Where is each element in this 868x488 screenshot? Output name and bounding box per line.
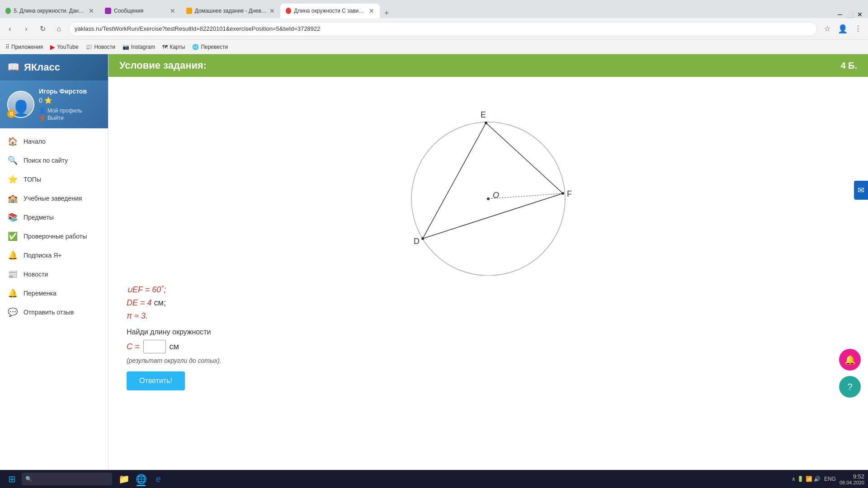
search-icon: 🔍 [7, 155, 18, 165]
sidebar-header: 📖 ЯКласс [0, 54, 108, 80]
bookmark-youtube[interactable]: ▶ YouTube [50, 43, 78, 51]
sidebar-item-search[interactable]: 🔍 Поиск по сайту [0, 151, 108, 170]
sidebar-item-subscription[interactable]: 🔔 Подписка Я+ [0, 246, 108, 265]
answer-prefix: C = [127, 342, 140, 352]
taskbar-search-icon: 🔍 [25, 476, 32, 482]
windows-icon: ⊞ [8, 474, 16, 484]
system-tray: ∧ 🔋 📶 🔊 [792, 476, 821, 482]
tab-4-label: Длина окружности С зависит о... [294, 8, 366, 14]
label-E: E [481, 110, 486, 119]
tab-2[interactable]: Сообщения ✕ [99, 4, 181, 18]
chrome-icon: 🌐 [136, 474, 147, 484]
apps-icon: ⠿ [5, 44, 9, 50]
bookmark-news[interactable]: 📰 Новости [85, 44, 115, 50]
taskbar-search[interactable]: 🔍 [22, 473, 112, 485]
label-F: F [567, 189, 572, 198]
answer-input[interactable] [143, 340, 166, 353]
condition-pi: π ≈ 3. [127, 311, 850, 321]
taskbar-app-file-explorer[interactable]: 📁 [116, 471, 132, 487]
taskbar-app-chrome[interactable]: 🌐 [133, 471, 149, 487]
taskbar-right: ∧ 🔋 📶 🔊 ENG 9:52 08.04.2020 [792, 473, 864, 485]
new-tab-button[interactable]: + [380, 9, 394, 18]
sidebar-item-schools[interactable]: 🏫 Учебные заведения [0, 189, 108, 208]
tests-icon: ✅ [7, 231, 18, 241]
tab-1-close[interactable]: ✕ [89, 7, 94, 14]
user-badge: Я [7, 110, 15, 118]
maximize-button[interactable]: ⬜ [846, 11, 854, 18]
tab-3[interactable]: Домашнее задание - Дневник... ✕ [181, 4, 280, 18]
reload-button[interactable]: ↻ [36, 23, 49, 35]
address-text: yaklass.ru/TestWorkRun/Exercise?testResu… [75, 25, 321, 32]
extensions-button[interactable]: ⋮ [852, 23, 864, 35]
tab-3-close[interactable]: ✕ [269, 7, 275, 14]
notification-icon: 🔔 [844, 354, 856, 365]
sidebar-item-break[interactable]: 🔔 Переменка [0, 284, 108, 303]
condition-chord: DE = 4 см; [127, 298, 850, 308]
sidebar-item-feedback[interactable]: 💬 Отправить отзыв [0, 303, 108, 322]
profile-icon: 👤 [39, 108, 46, 114]
sidebar-item-subjects[interactable]: 📚 Предметы [0, 208, 108, 227]
break-icon: 🔔 [7, 288, 18, 298]
submit-button[interactable]: Ответить! [127, 371, 185, 390]
geometry-diagram: O E F [398, 86, 579, 276]
file-explorer-icon: 📁 [118, 474, 130, 484]
logout-link[interactable]: 🚪 Выйти [39, 115, 87, 121]
translate-icon: 🌐 [192, 44, 199, 50]
bookmark-translate[interactable]: 🌐 Перевести [192, 44, 228, 50]
news-nav-icon: 📰 [7, 269, 18, 279]
taskbar: ⊞ 🔍 📁 🌐 e ∧ 🔋 📶 🔊 ENG 9:52 08.04.2020 [0, 470, 868, 488]
point-E [485, 122, 487, 124]
news-icon: 📰 [85, 44, 92, 50]
subscription-icon: 🔔 [7, 250, 18, 260]
bookmark-apps[interactable]: ⠿ Приложения [5, 44, 43, 50]
sidebar-item-news[interactable]: 📰 Новости [0, 265, 108, 284]
sidebar-item-home[interactable]: 🏠 Начало [0, 132, 108, 151]
start-button[interactable]: ⊞ [4, 472, 20, 486]
back-button[interactable]: ‹ [4, 23, 16, 35]
notification-float-button[interactable]: 🔔 [839, 349, 861, 371]
tab-3-label: Домашнее задание - Дневник... [195, 8, 267, 14]
tab-4-icon [286, 8, 291, 14]
email-sidebar-button[interactable]: ✉ [854, 181, 868, 200]
email-icon: ✉ [858, 185, 864, 195]
logo-text: ЯКласс [24, 61, 60, 73]
logo-icon: 📖 [7, 61, 19, 73]
tab-1[interactable]: 5. Длина окружности. Дана хор... ✕ [0, 4, 99, 18]
taskbar-clock: 9:52 08.04.2020 [840, 473, 864, 485]
tab-4[interactable]: Длина окружности С зависит о... ✕ [280, 4, 380, 18]
address-bar[interactable]: yaklass.ru/TestWorkRun/Exercise?testResu… [69, 22, 817, 36]
instagram-icon: 📷 [123, 44, 129, 50]
line-OF [488, 193, 563, 199]
minimize-button[interactable]: ─ [838, 11, 842, 18]
exercise-header: Условие задания: 4 Б. [108, 54, 868, 77]
help-float-button[interactable]: ? [839, 376, 861, 398]
label-D: D [414, 237, 420, 246]
help-icon: ? [847, 382, 852, 392]
my-profile-link[interactable]: 👤 Мой профиль [39, 108, 87, 114]
taskbar-app-edge[interactable]: e [150, 471, 166, 487]
menu-button[interactable]: 👤 [836, 23, 849, 35]
hint-text: (результат округли до сотых). [127, 357, 850, 364]
answer-unit: см [170, 342, 179, 352]
user-name: Игорь Фирстов [39, 88, 87, 95]
tab-2-close[interactable]: ✕ [170, 7, 175, 14]
sidebar: 📖 ЯКласс 👤 Я Игорь Фирстов 0 ⭐ [0, 54, 108, 488]
exercise-points: 4 Б. [840, 61, 857, 71]
close-button[interactable]: ✕ [857, 11, 863, 18]
line-EF [486, 123, 563, 193]
home-button[interactable]: ⌂ [52, 23, 65, 35]
sidebar-item-tops[interactable]: ⭐ ТОПы [0, 170, 108, 189]
condition-arc: ∪EF = 60˚; [127, 285, 850, 295]
diagram-container: O E F [127, 86, 850, 276]
forward-button[interactable]: › [20, 23, 33, 35]
tab-4-close[interactable]: ✕ [369, 7, 374, 14]
bookmark-maps[interactable]: 🗺 Карты [162, 44, 185, 50]
star-button[interactable]: ☆ [821, 23, 834, 35]
bookmark-instagram[interactable]: 📷 Instagram [123, 44, 155, 50]
question-text: Найди длину окружности [127, 328, 850, 336]
floating-buttons: 🔔 ? [839, 349, 861, 398]
maps-icon: 🗺 [162, 44, 168, 50]
subjects-icon: 📚 [7, 212, 18, 222]
sidebar-item-tests[interactable]: ✅ Проверочные работы [0, 227, 108, 246]
exercise-body: O E F [108, 77, 868, 399]
